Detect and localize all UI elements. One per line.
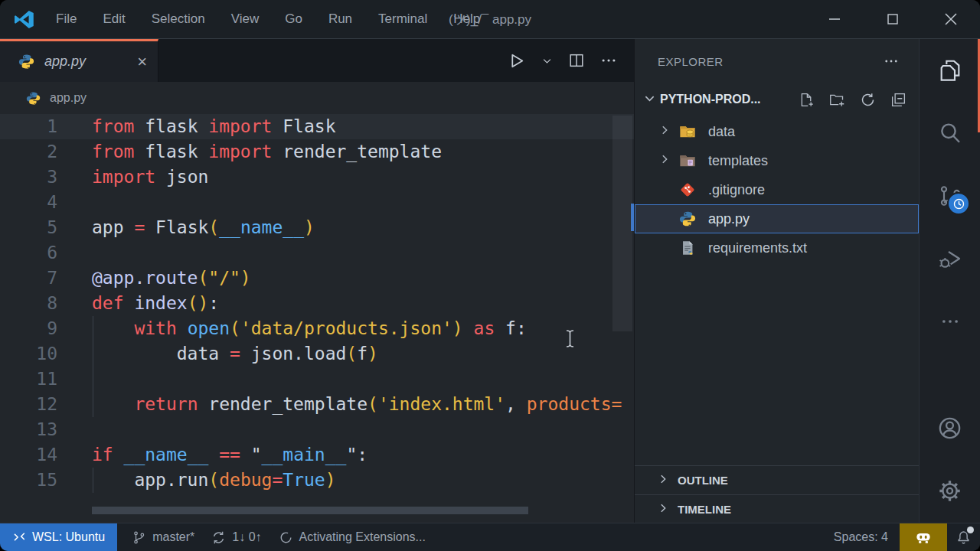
- file-templates[interactable]: templates: [635, 146, 919, 175]
- code-line-9[interactable]: 9 with open('data/products.json') as f:: [0, 316, 634, 341]
- code-line-3[interactable]: 3import json: [0, 165, 634, 190]
- explorer-sidebar: EXPLORER PYTHON-PROD... datatemplates.gi…: [634, 39, 919, 523]
- activity-more-views[interactable]: [920, 290, 980, 353]
- code-line-6[interactable]: 6: [0, 240, 634, 266]
- code-line-15[interactable]: 15 app.run(debug=True): [0, 468, 634, 493]
- code-text: with open('data/products.json') as f:: [92, 316, 527, 341]
- line-number: 5: [0, 215, 57, 240]
- activity-accounts[interactable]: [920, 396, 980, 459]
- line-number: 1: [0, 114, 57, 139]
- menu-edit[interactable]: Edit: [103, 11, 125, 27]
- activity-run-and-debug[interactable]: [920, 227, 980, 290]
- title-bar: FileEditSelectionViewGoRunTerminalHelp (…: [0, 0, 980, 39]
- file--gitignore[interactable]: .gitignore: [635, 175, 919, 204]
- menu-terminal[interactable]: Terminal: [378, 11, 427, 27]
- status-extension-status[interactable]: Activating Extensions...: [270, 523, 434, 551]
- code-line-4[interactable]: 4: [0, 190, 634, 215]
- file-label: app.py: [708, 211, 750, 227]
- code-text: from flask import Flask: [92, 114, 336, 139]
- menu-run[interactable]: Run: [328, 11, 352, 27]
- close-button[interactable]: [922, 0, 980, 38]
- panel-label: OUTLINE: [678, 474, 728, 487]
- code-text: app = Flask(__name__): [92, 215, 315, 240]
- code-line-7[interactable]: 7@app.route("/"): [0, 266, 634, 291]
- code-editor[interactable]: 1from flask import Flask2from flask impo…: [0, 114, 634, 523]
- spinner-icon: [279, 530, 293, 545]
- line-number: 11: [0, 367, 57, 392]
- pip-icon: [679, 240, 696, 256]
- menu-go[interactable]: Go: [285, 11, 302, 27]
- file-label: requirements.txt: [708, 240, 807, 256]
- editor-actions: [507, 39, 617, 82]
- status-indentation[interactable]: Spaces: 4: [825, 523, 897, 551]
- activity-search[interactable]: [920, 102, 980, 165]
- menu-bar: FileEditSelectionViewGoRunTerminalHelp: [56, 11, 480, 27]
- status-git-branch[interactable]: master*: [123, 523, 203, 551]
- remote-icon: [12, 530, 26, 544]
- file-data[interactable]: data: [635, 117, 919, 146]
- code-text: import json: [92, 165, 208, 190]
- file-app-py[interactable]: app.py: [635, 204, 919, 233]
- editor-horizontal-scrollbar[interactable]: [92, 507, 528, 514]
- status-notifications[interactable]: [947, 523, 980, 551]
- more-actions-button[interactable]: [600, 52, 617, 69]
- status-label: 1↓ 0↑: [232, 530, 261, 544]
- refresh-button[interactable]: [860, 92, 876, 108]
- chevron-right-icon: [659, 154, 679, 168]
- explorer-header: EXPLORER: [635, 39, 919, 83]
- status-sync-changes[interactable]: 1↓ 0↑: [203, 523, 270, 551]
- code-line-8[interactable]: 8def index():: [0, 291, 634, 316]
- editor-vertical-scrollbar[interactable]: [612, 116, 632, 331]
- indent-guide: [93, 341, 93, 367]
- split-editor-button[interactable]: [568, 52, 585, 69]
- code-line-13[interactable]: 13: [0, 417, 634, 442]
- activity-source-control[interactable]: [920, 165, 980, 227]
- code-line-2[interactable]: 2from flask import render_template: [0, 139, 634, 165]
- menu-file[interactable]: File: [56, 11, 77, 27]
- activity-explorer[interactable]: [920, 39, 980, 102]
- status-label: Activating Extensions...: [299, 530, 426, 544]
- editor-group: app.py × app.py 1from flask import Flask…: [0, 39, 634, 523]
- line-number: 3: [0, 165, 57, 190]
- code-line-5[interactable]: 5app = Flask(__name__): [0, 215, 634, 240]
- run-dropdown[interactable]: [541, 55, 553, 67]
- status-copilot-status[interactable]: [900, 523, 947, 551]
- line-number: 14: [0, 442, 57, 468]
- window-controls: [805, 0, 980, 38]
- tab-app-py[interactable]: app.py ×: [0, 39, 158, 82]
- status-remote-indicator[interactable]: WSL: Ubuntu: [0, 523, 117, 551]
- chevron-right-icon: [658, 474, 668, 487]
- line-number: 2: [0, 139, 57, 165]
- git-icon: [679, 181, 696, 198]
- file-tree: datatemplates.gitignoreapp.pyrequirement…: [635, 117, 919, 262]
- indent-guide: [93, 316, 93, 341]
- close-tab-icon[interactable]: ×: [137, 54, 147, 70]
- python-icon: [26, 91, 41, 106]
- menu-view[interactable]: View: [231, 11, 260, 27]
- folder-database-icon: [679, 123, 696, 140]
- menu-selection[interactable]: Selection: [152, 11, 205, 27]
- panel-label: TIMELINE: [678, 503, 731, 516]
- new-file-button[interactable]: [799, 92, 815, 108]
- code-line-1[interactable]: 1from flask import Flask: [0, 114, 634, 139]
- code-line-10[interactable]: 10 data = json.load(f): [0, 341, 634, 367]
- workspace-section-header[interactable]: PYTHON-PROD...: [635, 83, 919, 116]
- new-folder-button[interactable]: [829, 92, 845, 108]
- panel-outline[interactable]: OUTLINE: [635, 465, 919, 494]
- activity-settings[interactable]: [920, 459, 980, 522]
- collapse-all-button[interactable]: [890, 92, 906, 108]
- panel-timeline[interactable]: TIMELINE: [635, 494, 919, 523]
- code-line-12[interactable]: 12 return render_template('index.html', …: [0, 392, 634, 417]
- maximize-button[interactable]: [864, 0, 922, 38]
- breadcrumb[interactable]: app.py: [0, 82, 634, 114]
- code-text: return render_template('index.html', pro…: [92, 392, 622, 417]
- run-icon: [507, 51, 526, 70]
- branch-icon: [132, 530, 146, 545]
- views-and-more-actions-icon[interactable]: [884, 54, 899, 69]
- code-line-11[interactable]: 11: [0, 367, 634, 392]
- code-line-14[interactable]: 14if __name__ == "__main__":: [0, 442, 634, 468]
- file-label: data: [708, 124, 735, 140]
- minimize-button[interactable]: [805, 0, 864, 38]
- file-requirements-txt[interactable]: requirements.txt: [635, 233, 919, 262]
- run-button[interactable]: [507, 51, 526, 70]
